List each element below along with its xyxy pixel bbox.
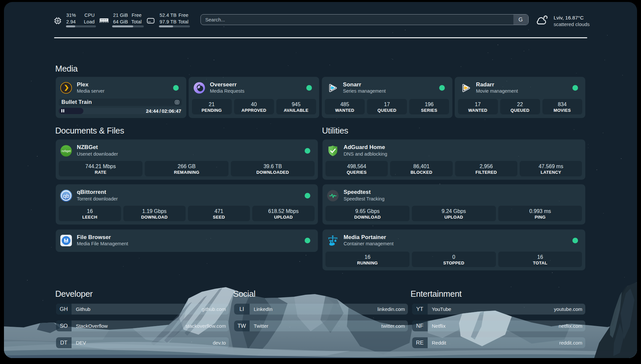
svg-text:qb: qb — [63, 193, 69, 199]
svg-text:nzbget: nzbget — [62, 149, 71, 153]
